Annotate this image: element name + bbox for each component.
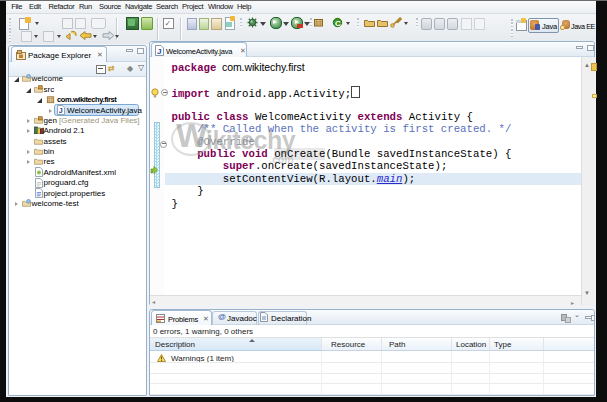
svg-text:J: J: [157, 47, 161, 56]
svg-text:J: J: [58, 107, 62, 115]
svg-text:C: C: [335, 19, 341, 28]
